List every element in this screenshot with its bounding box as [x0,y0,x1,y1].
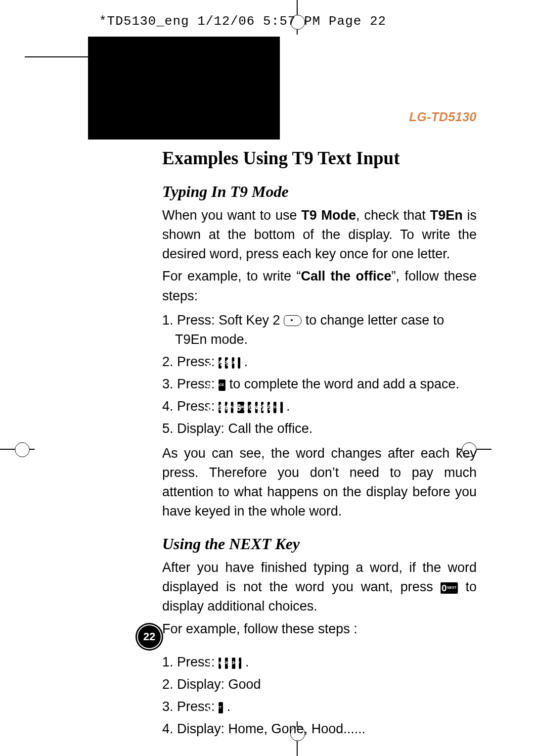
key-3def-icon: 3DEF [280,402,283,413]
txt: After you have finished typing a word, i… [162,560,477,594]
step2-3: 3. Press: 0NEXT . [162,697,477,716]
step-3: 3. Press: #SPACE to complete the word an… [162,375,477,394]
key-3def-icon: 3DEF [239,658,241,669]
bold: Call the office [301,269,391,284]
section-title: Examples Using T9 Text Input [162,147,477,169]
step-5: 5. Display: Call the office. [162,419,477,438]
step2-1: 1. Press: 4GHI 6MNO 6MNO 3DEF . [162,653,477,672]
step-4: 4. Press: 8TUV 4GHI 3DEF #SPACE 6MNO 3DE… [162,397,477,416]
key-hash-space-icon: #SPACE [219,379,225,391]
txt: 1. Press: Soft Key 2 [162,313,284,328]
para-next-intro: After you have finished typing a word, i… [162,558,477,616]
para-example-lead: For example, to write “Call the office”,… [162,267,477,305]
page-content: Examples Using T9 Text Input Typing In T… [162,147,477,744]
key-0next-icon: 0NEXT [219,702,223,713]
txt: When you want to use [162,208,301,223]
model-label: LG-TD5130 [409,110,477,124]
top-rule [25,56,89,57]
para-note: As you can see, the word changes after e… [162,444,477,521]
txt: , check that [356,208,430,223]
bold: T9En [430,208,463,223]
softkey2-icon [284,315,302,326]
page-number-badge: 22 [137,624,162,649]
step-1: 1. Press: Soft Key 2 to change letter ca… [162,311,477,349]
txt: to complete the word and add a space. [229,377,459,391]
step2-2: 2. Display: Good [162,675,477,694]
steps-1: 1. Press: Soft Key 2 to change letter ca… [162,311,477,439]
para-intro: When you want to use T9 Mode, check that… [162,206,477,264]
bold: T9 Mode [301,208,356,223]
crop-circle-left [15,442,30,457]
key-0next-icon: 0NEXT [441,582,458,594]
tab-block [88,37,280,140]
subsection-next: Using the NEXT Key [162,535,477,553]
subsection-typing: Typing In T9 Mode [162,183,477,201]
key-5jkl-icon: 5JKL [238,357,240,369]
txt: For example, to write “ [162,269,301,284]
step-2: 2. Press: 2ABC 2ABC 5JKL 5JKL . [162,352,477,372]
steps-2: 1. Press: 4GHI 6MNO 6MNO 3DEF . 2. Displ… [162,653,477,739]
step2-4: 4. Display: Home, Gone, Hood...... [162,719,477,739]
print-header: *TD5130_eng 1/12/06 5:57 PM Page 22 [99,14,386,29]
para-next-lead: For example, follow these steps : [162,619,477,639]
